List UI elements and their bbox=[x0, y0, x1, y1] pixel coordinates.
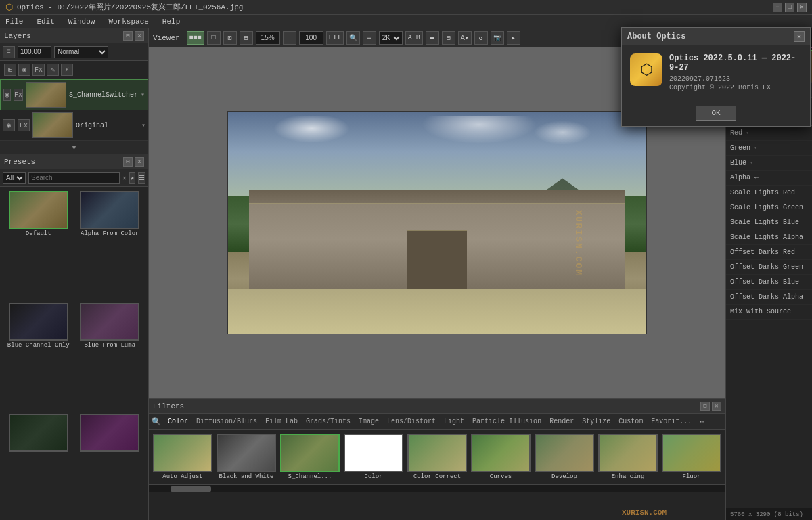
viewer-zoom-input[interactable] bbox=[256, 31, 280, 45]
presets-search-input[interactable] bbox=[28, 172, 120, 184]
viewer-scope-btn[interactable]: ⊞ bbox=[240, 31, 253, 45]
layer-chevron-1[interactable]: ▾ bbox=[141, 91, 145, 99]
filter-tab-favorite[interactable]: Favorit... bbox=[650, 416, 693, 427]
viewer-pan-btn[interactable]: ✛ bbox=[363, 31, 376, 45]
preset-item-blue-ch[interactable]: Blue Channel Only bbox=[4, 303, 73, 412]
viewer-fit-btn[interactable]: FIT bbox=[326, 31, 344, 45]
filter-item-color[interactable]: Color bbox=[344, 434, 403, 480]
layers-scroll-btn[interactable]: ▼ bbox=[0, 141, 148, 154]
param-row-blue: Blue ← BlueRedGreenAlpha ▾ bbox=[726, 156, 812, 171]
minimize-button[interactable]: − bbox=[773, 3, 782, 12]
layer-fx-1[interactable]: Fx bbox=[14, 89, 23, 101]
presets-close-button[interactable]: ✕ bbox=[135, 157, 144, 167]
menu-edit[interactable]: Edit bbox=[34, 18, 57, 26]
maximize-button[interactable]: □ bbox=[785, 3, 794, 12]
filters-search-icon[interactable]: 🔍 bbox=[152, 417, 161, 426]
filter-thumb-autoadjust bbox=[153, 434, 212, 472]
filter-item-bw[interactable]: Black and White bbox=[217, 434, 276, 480]
filters-close-button[interactable]: ✕ bbox=[712, 402, 721, 411]
viewer-undo-btn[interactable]: ↺ bbox=[474, 31, 488, 45]
about-close-button[interactable]: ✕ bbox=[794, 31, 805, 42]
viewer-snap-btn[interactable]: 📷 bbox=[491, 31, 504, 45]
viewer-gray-btn[interactable]: □ bbox=[207, 31, 221, 45]
preset-item-5[interactable] bbox=[4, 414, 73, 516]
preset-item-default[interactable]: Default bbox=[4, 191, 73, 300]
menu-workspace[interactable]: Workspace bbox=[106, 18, 151, 26]
layer-visibility-2[interactable]: ◉ bbox=[3, 119, 15, 131]
viewer-split-btn[interactable]: ⊟ bbox=[442, 31, 455, 45]
filter-tab-render[interactable]: Render bbox=[548, 416, 575, 427]
viewer-text-btn[interactable]: A▾ bbox=[458, 31, 472, 45]
filter-tab-grads[interactable]: Grads/Tints bbox=[304, 416, 352, 427]
viewer-extra-btn[interactable]: ▸ bbox=[507, 31, 520, 45]
filters-scrollbar[interactable] bbox=[149, 484, 725, 492]
param-name-alpha: Alpha ← bbox=[726, 174, 812, 181]
viewer-ab-btn[interactable]: A B bbox=[405, 31, 423, 45]
viewer-wipe-btn[interactable]: ▬ bbox=[426, 31, 439, 45]
layer-visibility-1[interactable]: ◉ bbox=[3, 89, 11, 101]
filter-tab-lens[interactable]: Lens/Distort bbox=[386, 416, 437, 427]
preset-thumb-6 bbox=[80, 414, 139, 452]
filter-tab-more[interactable]: ⋯ bbox=[698, 416, 705, 427]
filter-item-autoadjust[interactable]: Auto Adjust bbox=[153, 434, 212, 480]
filter-item-schan[interactable]: S_Channel... bbox=[280, 434, 340, 480]
layer-item-schannel[interactable]: ◉ Fx S_ChannelSwitcher ▾ bbox=[0, 79, 148, 110]
viewer-magnify-btn[interactable]: 🔍 bbox=[346, 31, 360, 45]
preset-item-6[interactable] bbox=[76, 414, 145, 516]
preset-item-alpha[interactable]: Alpha From Color bbox=[76, 191, 145, 300]
viewer-color-btn[interactable]: ■■■ bbox=[187, 31, 204, 45]
layer-item-original[interactable]: ◉ Fx Original ▾ bbox=[0, 110, 148, 141]
preset-item-blue-luma[interactable]: Blue From Luma bbox=[76, 303, 145, 412]
layer-edit-button[interactable]: ✎ bbox=[47, 64, 59, 76]
blend-mode-select[interactable]: Normal bbox=[54, 46, 108, 58]
presets-panel-header: Presets ⊟ ✕ bbox=[0, 154, 148, 169]
viewer-res-select[interactable]: 2K 4K bbox=[379, 31, 403, 45]
filter-item-correct[interactable]: Color Correct bbox=[407, 434, 467, 480]
filter-item-develop[interactable]: Develop bbox=[535, 434, 594, 480]
preset-img-alpha bbox=[81, 192, 138, 228]
viewer-frame-btn[interactable]: ⊡ bbox=[223, 31, 237, 45]
menu-help[interactable]: Help bbox=[160, 18, 183, 26]
filter-tab-light[interactable]: Light bbox=[443, 416, 466, 427]
layers-float-button[interactable]: ⊟ bbox=[123, 31, 133, 41]
title-bar: ⬡ Optics - D:/2022年照片/20220925复兴二郎/FEI_0… bbox=[0, 0, 812, 15]
layer-chevron-2[interactable]: ▾ bbox=[141, 121, 145, 129]
opacity-input[interactable] bbox=[18, 46, 51, 58]
layer-fx-button[interactable]: Fx bbox=[32, 64, 45, 76]
presets-clear-button[interactable]: ✕ bbox=[122, 173, 127, 183]
filter-tab-stylize[interactable]: Stylize bbox=[581, 416, 612, 427]
filter-img-color bbox=[345, 435, 402, 471]
layers-icon-1[interactable]: ≡ bbox=[3, 46, 15, 58]
filter-item-fluor[interactable]: Fluor bbox=[662, 434, 721, 480]
layer-bolt-button[interactable]: ⚡ bbox=[61, 64, 73, 76]
filter-label-schan: S_Channel... bbox=[288, 473, 332, 480]
filter-tab-particle[interactable]: Particle Illusion bbox=[471, 416, 543, 427]
filter-thumb-enhance bbox=[598, 434, 658, 472]
filters-float-button[interactable]: ⊟ bbox=[700, 402, 710, 411]
presets-star-button[interactable]: ★ bbox=[129, 172, 135, 184]
viewer-exposure-input[interactable] bbox=[299, 31, 323, 45]
layer-eye-button[interactable]: ◉ bbox=[18, 64, 30, 76]
filter-tab-color[interactable]: Color bbox=[166, 416, 189, 427]
menu-file[interactable]: File bbox=[3, 18, 26, 26]
filter-tab-filmlab[interactable]: Film Lab bbox=[264, 416, 299, 427]
filter-tab-custom[interactable]: Custom bbox=[617, 416, 644, 427]
presets-filter-select[interactable]: All bbox=[3, 172, 26, 184]
filter-item-curves[interactable]: Curves bbox=[471, 434, 531, 480]
close-button[interactable]: ✕ bbox=[797, 3, 807, 12]
filter-tab-image[interactable]: Image bbox=[357, 416, 380, 427]
filter-item-enhance[interactable]: Enhancing bbox=[598, 434, 658, 480]
layer-fx-2[interactable]: Fx bbox=[18, 119, 30, 131]
filter-label-autoadjust: Auto Adjust bbox=[162, 473, 202, 480]
filter-tab-diffusion[interactable]: Diffusion/Blurs bbox=[195, 416, 258, 427]
about-ok-button[interactable]: OK bbox=[696, 106, 736, 121]
viewer-zoom-minus[interactable]: − bbox=[283, 31, 296, 45]
presets-list-button[interactable]: ☰ bbox=[138, 172, 145, 184]
layers-close-button[interactable]: ✕ bbox=[135, 31, 144, 41]
param-name-sl-blue: Scale Lights Blue bbox=[726, 219, 812, 226]
filter-label-develop: Develop bbox=[551, 473, 577, 480]
menu-window[interactable]: Window bbox=[66, 18, 98, 26]
layer-add-button[interactable]: ⊞ bbox=[4, 64, 16, 76]
presets-float-button[interactable]: ⊟ bbox=[123, 157, 133, 167]
filters-scroll-thumb[interactable] bbox=[171, 486, 211, 492]
